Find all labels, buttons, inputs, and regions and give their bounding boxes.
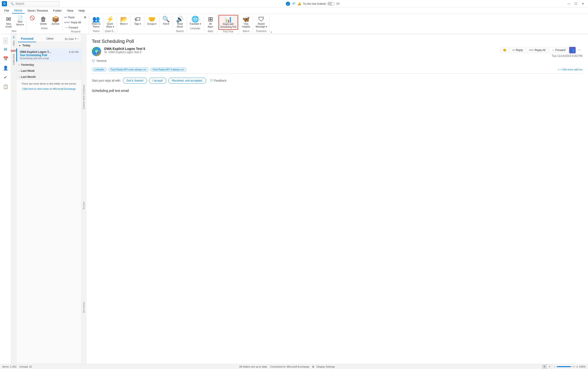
forward-button[interactable]: → Forward [63, 25, 82, 30]
addin-tab-linkedin[interactable]: LinkedIn [92, 67, 107, 72]
ribbon-group-find: 🔍 Find ▾ [159, 15, 173, 28]
title-bar-search-box[interactable]: 🔍 [8, 1, 60, 6]
report-message-icon: 🛡 [258, 16, 264, 22]
menu-home[interactable]: Home [12, 8, 25, 13]
date-group-yesterday[interactable]: › Yesterday [16, 62, 81, 68]
menu-view[interactable]: View [65, 8, 76, 13]
report-message-button[interactable]: 🛡 ReportMessage ▾ [254, 15, 268, 29]
sidebar-counts: 3 Inbox 6947 Drafts [320] [11, 34, 16, 364]
tab-focused[interactable]: Focused [18, 35, 36, 42]
close-button[interactable]: ✕ [580, 1, 586, 7]
archive-button[interactable]: 📦 Archive [50, 15, 61, 27]
more-items-link[interactable]: Click here to view more on Microsoft Exc… [16, 87, 81, 90]
delete-button[interactable]: 🗑 Delete [38, 15, 49, 27]
all-apps-label: AllApps [208, 23, 213, 28]
new-email-button[interactable]: ✉ NewEmail [3, 15, 14, 29]
translate-button[interactable]: 🌐 Translate ▾ [188, 15, 202, 27]
share-to-teams-button[interactable]: 👥 Share toTeams [90, 15, 102, 29]
sidebar-tabs: Focused Other By Date ▾ ↑ [16, 34, 81, 42]
nav-contacts[interactable]: 👤 [1, 64, 10, 72]
ribbon-group-addin-label: Add-in [243, 30, 249, 33]
menu-send-receive[interactable]: Send / Receive [25, 8, 50, 13]
try-new-toggle[interactable] [327, 2, 335, 6]
more-items-note: There are more items in this folder on t… [16, 80, 81, 87]
more-actions-button[interactable]: ··· [577, 47, 582, 53]
date-group-lastmonth[interactable]: › Last Month [16, 74, 81, 80]
nav-calendar[interactable]: 📅 [1, 55, 10, 63]
smart-reply-label: Start your reply all with: [92, 79, 121, 82]
ribbon-more-button[interactable]: ∨ [270, 30, 273, 34]
chevron-lastmonth-icon: › [19, 76, 19, 78]
minimize-button[interactable]: — [566, 1, 572, 7]
find-label: Find ▾ [163, 23, 169, 25]
toggle-knob [331, 2, 334, 5]
archive-label[interactable]: Archive [83, 202, 85, 209]
viva-insights-button[interactable]: 🦋 VivaInsights [240, 15, 252, 29]
search-icon: 🔍 [10, 2, 14, 5]
reply-chip-1[interactable]: Got it, thanks! [123, 78, 147, 84]
view-btn-list[interactable]: ☰ [542, 365, 547, 369]
email-subject-heading: Test Scheduling Poll [92, 39, 582, 44]
zoom-controls: − + 100% [554, 365, 586, 369]
sidebar-filter[interactable]: By Date ▾ ↑ [64, 36, 80, 41]
tags-label: Tags ▾ [134, 23, 141, 25]
reply-label: Reply [68, 16, 75, 19]
reply-chip-2[interactable]: I accept! [149, 78, 166, 84]
reply-button[interactable]: ↩ Reply [63, 15, 82, 20]
menu-folder[interactable]: Folder [51, 8, 64, 13]
email-category: 🛡 General [92, 59, 582, 63]
emoji-reaction-button[interactable]: 😊 [500, 47, 509, 53]
reply-chip-3[interactable]: Received, and accepted. [168, 78, 206, 84]
ignore-button[interactable]: 🚫 [27, 15, 37, 21]
reply-scheduling-poll-button[interactable]: 📊 Reply withScheduling Poll [218, 15, 238, 30]
sent-items-label[interactable]: Sent Items [83, 302, 85, 313]
get-more-addins-link[interactable]: + + Get more add-ins [558, 68, 582, 71]
info-icon: ⓘ [210, 79, 213, 82]
view-btn-preview[interactable]: ⊟ [547, 365, 552, 369]
outlook-feedback-label[interactable]: Outlook Web Feedback [83, 85, 85, 109]
zoom-slider[interactable] [557, 366, 575, 367]
date-group-lastweek[interactable]: › Last Week [16, 68, 81, 74]
expand-nav-button[interactable]: › [3, 37, 8, 44]
groups-label: Groups ▾ [147, 23, 157, 25]
teams-action-button[interactable]: 👥 [569, 47, 576, 53]
tab-other[interactable]: Other [44, 35, 57, 42]
smart-reply-chips: Start your reply all with: Got it, thank… [92, 75, 582, 86]
reply-all-button[interactable]: ↩↩ Reply All [63, 20, 82, 25]
quick-steps-button[interactable]: ⚡ QuickSteps ▾ [104, 15, 116, 29]
date-group-today[interactable]: ▼ Today [16, 42, 81, 49]
nav-mail[interactable]: ✉ [1, 45, 10, 54]
read-aloud-button[interactable]: 🔊 ReadAloud [174, 15, 186, 29]
menu-file[interactable]: File [2, 8, 11, 13]
addins-label: + Get more add-ins [560, 68, 582, 71]
zoom-out-button[interactable]: − [554, 365, 556, 369]
new-items-button[interactable]: 📄 NewItems ▾ [15, 15, 25, 27]
ribbon-group-tags: 🏷 Tags ▾ [131, 15, 144, 28]
display-settings-label[interactable]: Display Settings [317, 365, 335, 368]
feedback-button[interactable]: ⓘ Feedback [208, 77, 229, 84]
forward-action-button[interactable]: → Forward [549, 47, 568, 53]
groups-button[interactable]: 🤝 Groups ▾ [145, 15, 158, 27]
search-input[interactable] [15, 2, 53, 5]
nav-notes[interactable]: 📋 [1, 82, 10, 91]
email-item-selected[interactable]: OWA Explicit Logon T... 8:40 PM Test Sch… [16, 49, 81, 62]
more-respond-button[interactable]: ⊕ [82, 15, 88, 20]
ribbon-group-apps-label: Apps [208, 30, 213, 33]
reply-action-button[interactable]: ↩ Reply [510, 47, 526, 53]
nav-tasks[interactable]: ✔ [1, 73, 10, 82]
respond-small-group: ↩ Reply ↩↩ Reply All → Forward [63, 15, 82, 30]
addin-tab-fastreply-main[interactable]: Fast Reply API-main always on [108, 67, 149, 72]
addin-tab-fastreply3[interactable]: Fast Reply API 3 always on [150, 67, 186, 72]
maximize-button[interactable]: ☐ [573, 1, 579, 7]
ribbon-group-move: 📂 Move ▾ [117, 15, 131, 28]
all-apps-button[interactable]: ⊞ AllApps [205, 15, 216, 29]
zoom-in-button[interactable]: + [576, 365, 578, 369]
ribbon-group-groups: 🤝 Groups ▾ [144, 15, 159, 28]
reply-all-action-button[interactable]: ↩↩ Reply All [526, 47, 548, 53]
move-button[interactable]: 📂 Move ▾ [118, 15, 130, 27]
tags-button[interactable]: 🏷 Tags ▾ [132, 15, 143, 27]
status-bar: Items: 1,452 Unread: 22 All folders are … [0, 364, 588, 369]
menu-help[interactable]: Help [76, 8, 87, 13]
reply-all-label: Reply All [71, 21, 81, 24]
find-button[interactable]: 🔍 Find ▾ [160, 15, 172, 27]
